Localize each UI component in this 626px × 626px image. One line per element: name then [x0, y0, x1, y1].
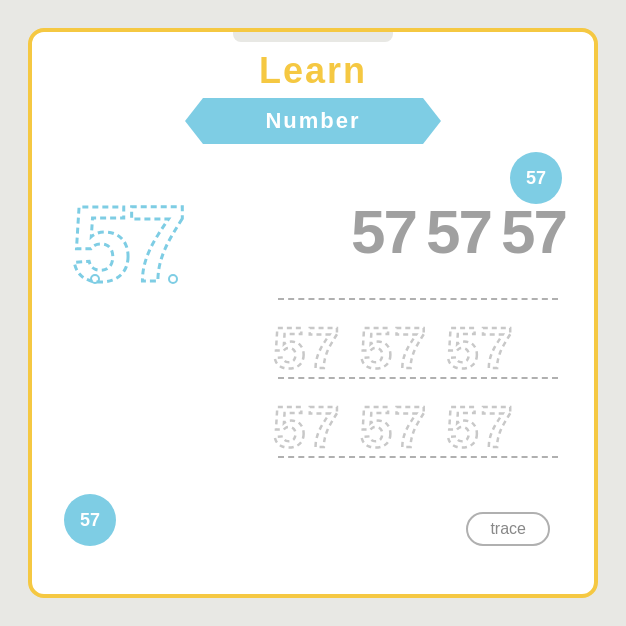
number-banner: Number [203, 98, 423, 144]
main-card: Learn Number 57 57 trace 57 [28, 28, 598, 598]
number-label: Number [265, 108, 360, 134]
svg-text:57 57 57: 57 57 57 [273, 394, 515, 454]
solid-num-2: 57 [426, 196, 491, 267]
solid-numbers-row: 57 57 57 [253, 196, 566, 267]
trace-line-1 [278, 298, 558, 300]
svg-text:57 57 57: 57 57 57 [273, 315, 515, 375]
svg-text:57: 57 [71, 183, 183, 294]
top-row: 57 57 57 57 [60, 166, 566, 296]
trace-row-1: 57 57 57 [60, 310, 566, 375]
solid-num-1: 57 [351, 196, 416, 267]
big-dashed-number: 57 [60, 166, 235, 296]
ribbon-notch [233, 32, 393, 42]
trace-button[interactable]: trace [466, 512, 550, 546]
learn-title: Learn [259, 50, 367, 92]
badge-bottom-left: 57 [64, 494, 116, 546]
solid-num-3: 57 [501, 196, 566, 267]
trace-line-3 [278, 456, 558, 458]
badge-top-right: 57 [510, 152, 562, 204]
trace-line-2 [278, 377, 558, 379]
trace-row-2: 57 57 57 [60, 389, 566, 454]
main-content: 57 57 57 57 57 57 57 [32, 156, 594, 464]
